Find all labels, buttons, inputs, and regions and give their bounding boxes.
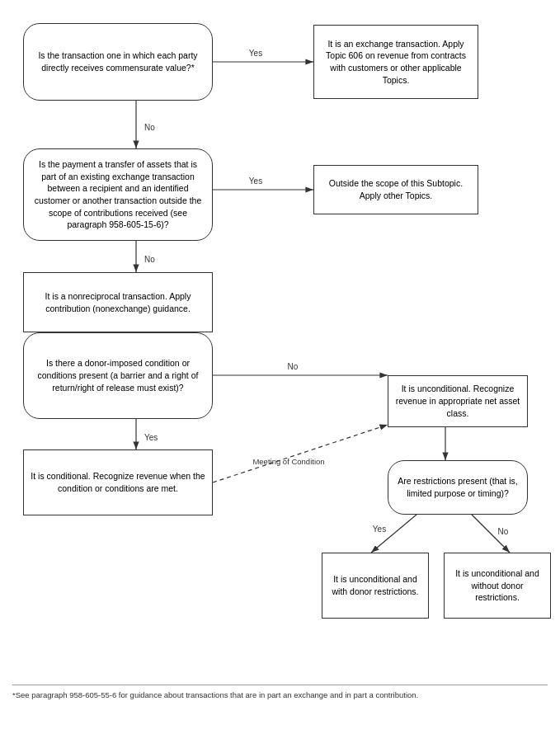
svg-text:No: No — [144, 255, 155, 264]
svg-line-20 — [472, 515, 510, 553]
svg-text:Yes: Yes — [144, 433, 158, 442]
box-r1: It is an exchange transaction. Apply Top… — [313, 25, 478, 99]
footnote: *See paragraph 958-605-55-6 for guidance… — [12, 685, 548, 722]
svg-text:Yes: Yes — [249, 176, 262, 186]
diagram-container: Yes No Yes No No Yes Meeting of Conditio… — [0, 0, 560, 742]
box-r2: Outside the scope of this Subtopic. Appl… — [313, 165, 478, 214]
flowchart: Yes No Yes No No Yes Meeting of Conditio… — [8, 8, 552, 726]
box-q4: Are restrictions present (that is, limit… — [388, 460, 528, 515]
svg-text:Yes: Yes — [249, 49, 262, 58]
svg-line-18 — [371, 515, 416, 553]
svg-text:No: No — [288, 362, 299, 371]
box-r4: It is conditional. Recognize revenue whe… — [23, 449, 213, 515]
box-r3: It is a nonreciprocal transaction. Apply… — [23, 272, 213, 332]
svg-text:Yes: Yes — [373, 525, 386, 534]
svg-text:Meeting of Condition: Meeting of Condition — [252, 457, 324, 466]
svg-text:No: No — [144, 123, 155, 132]
box-r6: It is unconditional and with donor restr… — [322, 553, 429, 619]
box-r5: It is unconditional. Recognize revenue i… — [388, 375, 528, 427]
box-q3: Is there a donor-imposed condition or co… — [23, 332, 213, 419]
box-q2: Is the payment a transfer of assets that… — [23, 148, 213, 241]
svg-text:No: No — [498, 527, 509, 536]
box-r7: It is unconditional and without donor re… — [444, 553, 551, 619]
box-q1: Is the transaction one in which each par… — [23, 23, 213, 101]
svg-line-15 — [213, 425, 388, 482]
